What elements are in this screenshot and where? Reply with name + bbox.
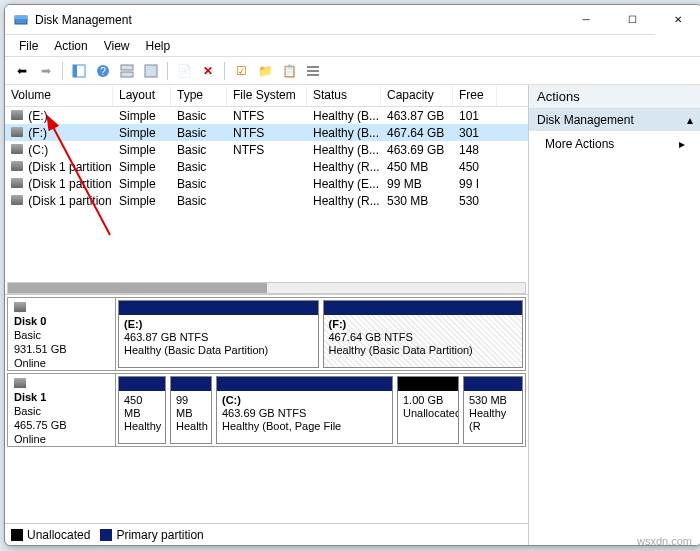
menu-action[interactable]: Action [46, 37, 95, 55]
minimize-button[interactable]: ─ [563, 5, 609, 35]
menubar: File Action View Help [5, 35, 700, 57]
svg-rect-3 [73, 65, 77, 77]
col-status[interactable]: Status [307, 85, 381, 106]
legend-primary-icon [100, 529, 112, 541]
col-volume[interactable]: Volume [5, 85, 113, 106]
svg-rect-10 [307, 70, 319, 72]
legend-unallocated: Unallocated [27, 528, 90, 542]
show-hide-tree-button[interactable] [68, 60, 90, 82]
disk-row[interactable]: Disk 1Basic465.75 GBOnline450 MBHealthy9… [7, 373, 526, 447]
legend: Unallocated Primary partition [5, 523, 528, 545]
partition[interactable]: (E:)463.87 GB NTFSHealthy (Basic Data Pa… [118, 300, 319, 368]
actions-section[interactable]: Disk Management▴ [529, 109, 700, 131]
partition[interactable]: 450 MBHealthy [118, 376, 166, 444]
window-title: Disk Management [35, 13, 563, 27]
table-row[interactable]: (Disk 1 partition 1)SimpleBasicHealthy (… [5, 158, 528, 175]
actions-header: Actions [529, 85, 700, 109]
collapse-icon: ▴ [687, 113, 693, 127]
volume-table[interactable]: Volume Layout Type File System Status Ca… [5, 85, 528, 295]
maximize-button[interactable]: ☐ [609, 5, 655, 35]
disk-row[interactable]: Disk 0Basic931.51 GBOnline(E:)463.87 GB … [7, 297, 526, 371]
app-icon [13, 12, 29, 28]
partition[interactable]: 530 MBHealthy (R [463, 376, 523, 444]
svg-rect-9 [307, 66, 319, 68]
table-row[interactable]: (Disk 1 partition 2)SimpleBasicHealthy (… [5, 175, 528, 192]
svg-rect-11 [307, 74, 319, 76]
col-fs[interactable]: File System [227, 85, 307, 106]
svg-rect-7 [121, 72, 133, 77]
svg-rect-8 [145, 65, 157, 77]
actions-pane: Actions Disk Management▴ More Actions▸ [529, 85, 700, 545]
disk-graphical-view[interactable]: Disk 0Basic931.51 GBOnline(E:)463.87 GB … [5, 295, 528, 523]
table-row[interactable]: (E:)SimpleBasicNTFSHealthy (B...463.87 G… [5, 107, 528, 124]
bottom-view-button[interactable] [140, 60, 162, 82]
col-layout[interactable]: Layout [113, 85, 171, 106]
col-free[interactable]: Free [453, 85, 497, 106]
partition[interactable]: (F:)467.64 GB NTFSHealthy (Basic Data Pa… [323, 300, 524, 368]
close-button[interactable]: ✕ [655, 5, 700, 35]
list-icon[interactable] [302, 60, 324, 82]
legend-unallocated-icon [11, 529, 23, 541]
table-header: Volume Layout Type File System Status Ca… [5, 85, 528, 107]
svg-rect-6 [121, 65, 133, 70]
titlebar: Disk Management ─ ☐ ✕ [5, 5, 700, 35]
partition[interactable]: 1.00 GBUnallocatec [397, 376, 459, 444]
legend-primary: Primary partition [116, 528, 203, 542]
menu-view[interactable]: View [96, 37, 138, 55]
settings-icon[interactable]: 📄 [173, 60, 195, 82]
svg-text:?: ? [100, 66, 106, 77]
toolbar: ⬅ ➡ ? 📄 ✕ ☑ 📁 📋 [5, 57, 700, 85]
watermark: wsxdn.com [637, 535, 692, 547]
table-row[interactable]: (F:)SimpleBasicNTFSHealthy (B...467.64 G… [5, 124, 528, 141]
horizontal-scrollbar[interactable] [7, 282, 526, 294]
partition[interactable]: (C:)463.69 GB NTFSHealthy (Boot, Page Fi… [216, 376, 393, 444]
col-type[interactable]: Type [171, 85, 227, 106]
properties-icon[interactable]: 📋 [278, 60, 300, 82]
svg-rect-1 [15, 16, 27, 19]
more-actions[interactable]: More Actions▸ [529, 131, 700, 157]
table-row[interactable]: (Disk 1 partition 5)SimpleBasicHealthy (… [5, 192, 528, 209]
col-capacity[interactable]: Capacity [381, 85, 453, 106]
menu-help[interactable]: Help [138, 37, 179, 55]
partition[interactable]: 99 MBHealth [170, 376, 212, 444]
top-view-button[interactable] [116, 60, 138, 82]
check-icon[interactable]: ☑ [230, 60, 252, 82]
chevron-right-icon: ▸ [679, 137, 685, 151]
folder-icon[interactable]: 📁 [254, 60, 276, 82]
table-row[interactable]: (C:)SimpleBasicNTFSHealthy (B...463.69 G… [5, 141, 528, 158]
back-button[interactable]: ⬅ [11, 60, 33, 82]
menu-file[interactable]: File [11, 37, 46, 55]
help-button[interactable]: ? [92, 60, 114, 82]
delete-icon[interactable]: ✕ [197, 60, 219, 82]
forward-button[interactable]: ➡ [35, 60, 57, 82]
